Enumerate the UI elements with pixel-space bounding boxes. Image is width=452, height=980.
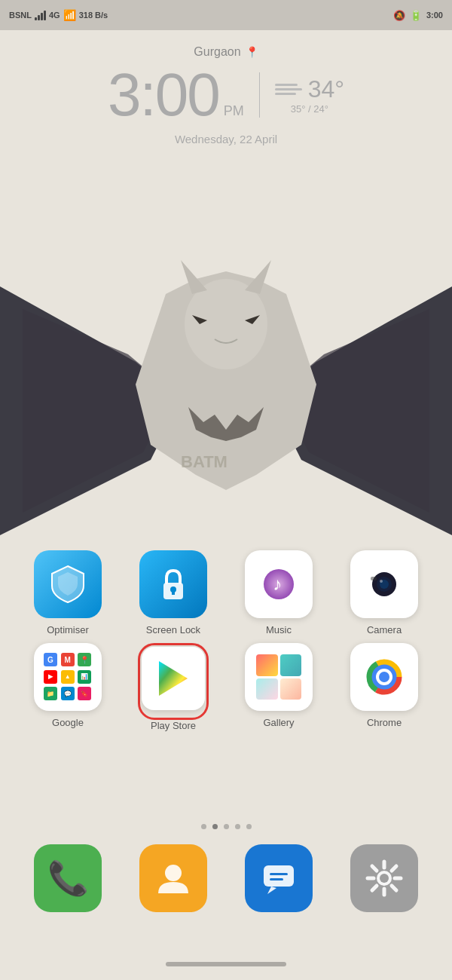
mute-icon: 🔕 bbox=[393, 10, 405, 21]
clock-text: 3:00 bbox=[426, 11, 443, 20]
svg-rect-14 bbox=[371, 577, 377, 580]
messages-icon bbox=[245, 844, 313, 912]
page-dot-3 bbox=[224, 824, 229, 829]
time-weather-divider bbox=[259, 72, 260, 118]
status-left: BSNL 4G 📶 318 B/s bbox=[9, 9, 108, 21]
google-label: Google bbox=[52, 717, 84, 728]
app-item-music[interactable]: ♪ Music bbox=[234, 550, 324, 635]
location-name: Gurgaon bbox=[194, 45, 240, 59]
google-icon: G M 📍 ▶ ▲ 📊 📁 💬 🔖 bbox=[34, 643, 102, 711]
contacts-icon bbox=[139, 844, 207, 912]
screenlock-icon bbox=[139, 550, 207, 618]
battery-icon: 🔋 bbox=[410, 10, 422, 21]
svg-point-13 bbox=[380, 580, 383, 583]
date-text: Wednesday, 22 April bbox=[175, 133, 277, 145]
app-item-camera[interactable]: Camera bbox=[339, 550, 429, 635]
dock-item-settings[interactable] bbox=[339, 844, 429, 912]
playstore-label: Play Store bbox=[151, 720, 196, 731]
dock-row: 📞 bbox=[0, 844, 452, 912]
app-item-playstore[interactable]: Play Store bbox=[128, 643, 218, 731]
playstore-highlight bbox=[138, 643, 209, 720]
network-type: 4G bbox=[49, 11, 60, 20]
home-bar[interactable] bbox=[166, 962, 286, 966]
chrome-icon bbox=[350, 643, 418, 711]
time-big: 3:00 bbox=[108, 65, 219, 125]
batman-wallpaper: BATM bbox=[0, 249, 452, 565]
svg-line-33 bbox=[392, 886, 396, 890]
app-item-google[interactable]: G M 📍 ▶ ▲ 📊 📁 💬 🔖 Google bbox=[23, 643, 113, 731]
temperature-range: 35° / 24° bbox=[291, 103, 328, 115]
svg-text:BATM: BATM bbox=[181, 452, 228, 471]
svg-point-22 bbox=[165, 865, 182, 881]
signal-bars bbox=[35, 10, 46, 20]
chrome-label: Chrome bbox=[367, 717, 402, 728]
gallery-icon bbox=[245, 643, 313, 711]
optimiser-label: Optimiser bbox=[47, 624, 89, 635]
svg-point-27 bbox=[380, 874, 389, 883]
app-row-2: G M 📍 ▶ ▲ 📊 📁 💬 🔖 Google bbox=[15, 643, 437, 731]
page-dot-5 bbox=[246, 824, 252, 829]
wifi-icon: 📶 bbox=[63, 9, 76, 21]
dock-item-messages[interactable] bbox=[234, 844, 324, 912]
camera-icon bbox=[350, 550, 418, 618]
page-dot-1 bbox=[201, 824, 206, 829]
app-item-gallery[interactable]: Gallery bbox=[234, 643, 324, 731]
temperature-main: 34° bbox=[308, 75, 344, 103]
status-bar: BSNL 4G 📶 318 B/s 🔕 🔋 3:00 bbox=[0, 0, 452, 30]
svg-rect-5 bbox=[172, 590, 175, 595]
svg-rect-24 bbox=[270, 873, 288, 875]
page-dot-2 bbox=[212, 824, 218, 829]
svg-point-21 bbox=[379, 672, 389, 682]
app-item-optimiser[interactable]: Optimiser bbox=[23, 550, 113, 635]
status-right: 🔕 🔋 3:00 bbox=[393, 10, 443, 21]
gallery-label: Gallery bbox=[263, 717, 294, 728]
playstore-icon bbox=[142, 647, 205, 710]
weather-section: 34° 35° / 24° bbox=[275, 75, 344, 115]
location-row: Gurgaon 📍 bbox=[194, 45, 258, 59]
time-weather-row: 3:00 PM 34° 35° / 24° bbox=[108, 65, 344, 125]
svg-line-32 bbox=[372, 866, 377, 871]
weather-icon-area: 34° bbox=[275, 75, 344, 103]
svg-line-35 bbox=[372, 886, 377, 890]
svg-rect-25 bbox=[270, 878, 283, 880]
camera-label: Camera bbox=[367, 624, 402, 635]
time-display: 3:00 PM bbox=[108, 65, 244, 125]
app-item-chrome[interactable]: Chrome bbox=[339, 643, 429, 731]
clock-section: Gurgaon 📍 3:00 PM 34° 35° / 24° Wednesda… bbox=[0, 38, 452, 145]
svg-text:♪: ♪ bbox=[273, 574, 282, 594]
app-row-1: Optimiser Screen Lock bbox=[15, 550, 437, 635]
time-period: PM bbox=[224, 103, 244, 119]
carrier-text: BSNL bbox=[9, 11, 32, 20]
page-dot-4 bbox=[235, 824, 240, 829]
phone-icon: 📞 bbox=[34, 844, 102, 912]
svg-marker-15 bbox=[159, 661, 188, 696]
page-indicators bbox=[0, 824, 452, 829]
svg-rect-23 bbox=[264, 865, 294, 887]
app-grid: Optimiser Screen Lock bbox=[0, 550, 452, 739]
app-item-screenlock[interactable]: Screen Lock bbox=[128, 550, 218, 635]
dock-item-phone[interactable]: 📞 bbox=[23, 844, 113, 912]
haze-icon bbox=[275, 84, 302, 95]
settings-icon bbox=[350, 844, 418, 912]
music-icon: ♪ bbox=[245, 550, 313, 618]
optimiser-icon bbox=[34, 550, 102, 618]
dock-item-contacts[interactable] bbox=[128, 844, 218, 912]
svg-line-34 bbox=[392, 866, 396, 871]
location-pin-icon: 📍 bbox=[246, 46, 258, 58]
screenlock-label: Screen Lock bbox=[146, 624, 200, 635]
speed-text: 318 B/s bbox=[79, 11, 108, 20]
music-label: Music bbox=[266, 624, 292, 635]
